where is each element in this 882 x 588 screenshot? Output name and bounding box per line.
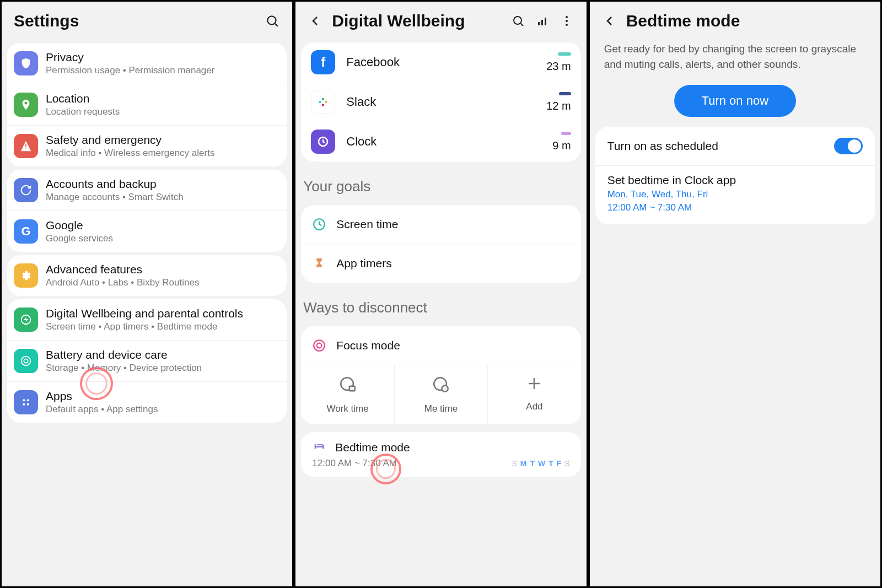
more-icon[interactable]: [559, 13, 574, 29]
usage-bar: [561, 132, 571, 135]
svg-point-25: [317, 343, 322, 348]
goals-list: Screen time App timers: [301, 205, 580, 283]
section-header-goals: Your goals: [295, 165, 586, 202]
settings-item-digital-wellbeing[interactable]: Digital Wellbeing and parental controlsS…: [7, 299, 287, 340]
gear-icon: [14, 263, 38, 288]
settings-item-google[interactable]: G GoogleGoogle services: [7, 211, 287, 252]
usage-bar: [559, 92, 571, 95]
heartbeat-icon: [14, 308, 38, 332]
search-icon[interactable]: [265, 13, 280, 29]
svg-rect-14: [545, 18, 546, 25]
toggle-on[interactable]: [834, 138, 863, 154]
work-time-icon: [338, 375, 357, 398]
location-pin-icon: [14, 93, 38, 117]
svg-point-5: [24, 359, 28, 363]
header: Bedtime mode: [590, 2, 880, 39]
svg-rect-13: [541, 20, 543, 25]
plus-icon: [526, 375, 542, 396]
sync-icon: [14, 178, 38, 202]
app-row-facebook[interactable]: f Facebook 23 m: [301, 42, 580, 82]
settings-item-accounts[interactable]: Accounts and backupManage accounts • Sma…: [7, 170, 287, 211]
svg-point-0: [268, 16, 276, 24]
disconnect-card: Focus mode Work time Me time Add: [301, 326, 580, 424]
settings-group: Accounts and backupManage accounts • Sma…: [7, 170, 287, 252]
svg-rect-21: [322, 104, 324, 106]
svg-line-11: [520, 24, 523, 26]
slack-icon: [311, 90, 335, 114]
clock-app-icon: [311, 130, 335, 154]
svg-rect-19: [322, 98, 324, 100]
days-row: SMTWTFS: [512, 459, 569, 468]
svg-line-1: [275, 24, 278, 26]
header: Digital Wellbeing: [295, 2, 586, 39]
page-title: Bedtime mode: [626, 12, 868, 30]
me-time-icon: [432, 375, 450, 398]
focus-card-work[interactable]: Work time: [301, 365, 394, 424]
svg-point-7: [27, 399, 29, 401]
svg-rect-18: [319, 101, 321, 103]
settings-item-safety[interactable]: Safety and emergencyMedical info • Wirel…: [7, 125, 287, 166]
svg-point-10: [514, 17, 521, 24]
usage-bar: [558, 52, 571, 56]
svg-point-17: [566, 24, 568, 26]
alert-icon: [14, 134, 38, 158]
header: Settings: [2, 2, 292, 39]
panel-bedtime-mode: Bedtime mode Get ready for bed by changi…: [588, 0, 882, 588]
back-icon[interactable]: [308, 13, 323, 29]
svg-point-9: [27, 403, 29, 406]
settings-group: Digital Wellbeing and parental controlsS…: [7, 299, 287, 423]
focus-card-add[interactable]: Add: [487, 365, 580, 424]
description-text: Get ready for bed by changing the screen…: [590, 39, 880, 82]
google-icon: G: [14, 219, 38, 244]
focus-mode-row[interactable]: Focus mode: [301, 326, 580, 365]
scheduled-toggle-row[interactable]: Turn on as scheduled: [595, 127, 875, 165]
clock-icon: [312, 217, 326, 231]
shield-icon: [14, 51, 38, 75]
device-care-icon: [14, 349, 38, 373]
schedule-card: Turn on as scheduled Set bedtime in Cloc…: [595, 127, 875, 224]
page-title: Settings: [14, 12, 256, 30]
focus-card-me[interactable]: Me time: [394, 365, 487, 424]
svg-point-8: [23, 403, 25, 406]
hourglass-icon: [312, 256, 326, 271]
target-icon: [312, 338, 326, 353]
turn-on-button[interactable]: Turn on now: [674, 85, 796, 117]
panel-digital-wellbeing: Digital Wellbeing f Facebook 23 m Slack …: [294, 0, 588, 588]
svg-rect-20: [325, 101, 327, 103]
search-icon[interactable]: [510, 13, 526, 29]
settings-item-advanced[interactable]: Advanced featuresAndroid Auto • Labs • B…: [7, 255, 287, 296]
page-title: Digital Wellbeing: [332, 12, 501, 30]
svg-point-6: [23, 399, 25, 401]
settings-item-location[interactable]: LocationLocation requests: [7, 84, 287, 125]
settings-item-privacy[interactable]: PrivacyPermission usage • Permission man…: [7, 43, 287, 84]
app-row-clock[interactable]: Clock 9 m: [301, 122, 580, 161]
svg-point-4: [21, 357, 31, 366]
settings-group: Advanced featuresAndroid Auto • Labs • B…: [7, 255, 287, 296]
svg-point-15: [566, 16, 568, 18]
app-usage-list: f Facebook 23 m Slack 12 m Clock 9 m: [301, 42, 580, 161]
set-bedtime-row[interactable]: Set bedtime in Clock app Mon, Tue, Wed, …: [595, 165, 875, 224]
facebook-icon: f: [311, 50, 335, 74]
bedtime-card[interactable]: Bedtime mode 12:00 AM ~ 7:30 AM SMTWTFS: [301, 432, 580, 477]
bed-icon: [312, 440, 326, 455]
section-header-disconnect: Ways to disconnect: [295, 286, 586, 323]
svg-rect-27: [349, 386, 354, 391]
goal-screen-time[interactable]: Screen time: [301, 205, 580, 244]
chart-icon[interactable]: [535, 13, 550, 29]
svg-point-24: [314, 340, 325, 351]
settings-group: PrivacyPermission usage • Permission man…: [7, 42, 287, 166]
app-row-slack[interactable]: Slack 12 m: [301, 82, 580, 122]
panel-settings: Settings PrivacyPermission usage • Permi…: [0, 0, 294, 588]
back-icon[interactable]: [602, 13, 617, 29]
goal-app-timers[interactable]: App timers: [301, 244, 580, 283]
svg-rect-12: [538, 22, 540, 25]
settings-item-battery[interactable]: Battery and device careStorage • Memory …: [7, 340, 287, 381]
settings-item-apps[interactable]: AppsDefault apps • App settings: [7, 381, 287, 423]
apps-icon: [14, 390, 38, 414]
svg-point-16: [566, 20, 568, 22]
svg-point-29: [442, 385, 448, 391]
